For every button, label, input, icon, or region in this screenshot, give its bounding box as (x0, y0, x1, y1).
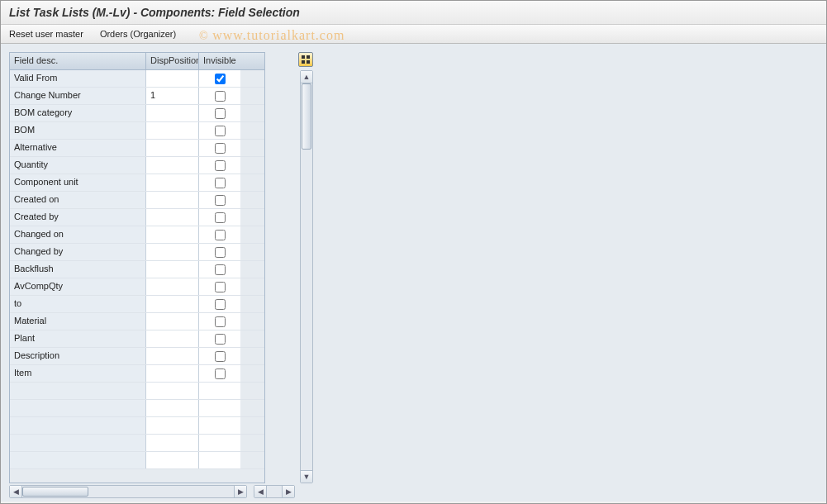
column-header-field-desc[interactable]: Field desc. (10, 53, 146, 69)
table-row[interactable]: Component unit (10, 174, 264, 192)
cell-empty (10, 400, 146, 416)
scroll-down-arrow-icon[interactable]: ▼ (301, 470, 312, 483)
cell-disp-position[interactable] (146, 348, 199, 364)
table-row[interactable]: BOM (10, 122, 264, 140)
column-header-disp-position[interactable]: DispPosition (146, 53, 199, 69)
toolbar: Reset user master Orders (Organizer) (1, 25, 826, 44)
cell-disp-position[interactable] (146, 122, 199, 139)
scroll-up-arrow-icon[interactable]: ▲ (301, 71, 312, 83)
cell-empty (146, 435, 199, 451)
cell-field-desc: Backflush (10, 261, 146, 278)
horizontal-scroll-track[interactable] (22, 486, 234, 497)
invisible-checkbox[interactable] (215, 91, 226, 102)
cell-disp-position[interactable] (146, 192, 199, 208)
vertical-scroll-track[interactable] (301, 83, 312, 470)
invisible-checkbox[interactable] (215, 264, 226, 275)
table-row[interactable]: Created on (10, 192, 264, 209)
invisible-checkbox[interactable] (215, 247, 226, 258)
cell-disp-position[interactable] (146, 157, 199, 174)
cell-field-desc: Component unit (10, 174, 146, 191)
cell-field-desc: to (10, 296, 146, 312)
table-row[interactable]: Valid From (10, 70, 264, 88)
column-header-invisible[interactable]: Invisible (199, 53, 240, 69)
cell-empty (146, 383, 199, 399)
cell-disp-position[interactable] (146, 330, 199, 347)
cell-empty (10, 452, 146, 468)
table-row[interactable]: Alternative (10, 140, 264, 157)
vertical-scroll-thumb[interactable] (302, 83, 311, 150)
table-row[interactable]: Quantity (10, 157, 264, 174)
cell-disp-position[interactable] (146, 244, 199, 260)
cell-invisible (199, 365, 240, 382)
table-body: Valid FromChange Number1BOM categoryBOMA… (10, 70, 264, 483)
table-row[interactable]: Changed on (10, 226, 264, 244)
table-row[interactable]: Created by (10, 209, 264, 226)
cell-disp-position[interactable] (146, 70, 199, 87)
table-row[interactable]: BOM category (10, 105, 264, 122)
cell-disp-position[interactable] (146, 174, 199, 191)
scroll-right-arrow-secondary-icon[interactable]: ▶ (282, 486, 294, 497)
cell-disp-position[interactable] (146, 105, 199, 121)
invisible-checkbox[interactable] (215, 108, 226, 119)
horizontal-scroll-thumb[interactable] (22, 487, 88, 497)
invisible-checkbox[interactable] (215, 143, 226, 154)
scroll-left-arrow-secondary-icon[interactable]: ◀ (254, 486, 267, 497)
invisible-checkbox[interactable] (215, 160, 226, 171)
cell-disp-position[interactable] (146, 296, 199, 312)
cell-disp-position[interactable] (146, 140, 199, 156)
invisible-checkbox[interactable] (215, 212, 226, 223)
table-row[interactable]: Description (10, 348, 264, 365)
cell-empty (199, 452, 240, 468)
cell-empty (146, 417, 199, 434)
cell-empty (199, 400, 240, 416)
cell-disp-position[interactable] (146, 313, 199, 330)
scroll-left-arrow-icon[interactable]: ◀ (10, 486, 22, 497)
table-row-empty (10, 435, 264, 452)
cell-field-desc: BOM category (10, 105, 146, 121)
horizontal-scroll-track-secondary[interactable] (267, 486, 282, 497)
cell-invisible (199, 261, 240, 278)
table-row-empty (10, 400, 264, 417)
table-row[interactable]: Plant (10, 330, 264, 348)
table-row[interactable]: Changed by (10, 244, 264, 261)
cell-disp-position[interactable] (146, 209, 199, 226)
horizontal-scrollbar-secondary[interactable]: ◀ ▶ (254, 485, 295, 498)
cell-field-desc: AvCompQty (10, 278, 146, 295)
cell-field-desc: Item (10, 365, 146, 382)
invisible-checkbox[interactable] (215, 351, 226, 362)
table-header-row: Field desc. DispPosition Invisible (10, 53, 264, 70)
table-row[interactable]: Item (10, 365, 264, 383)
cell-disp-position[interactable]: 1 (146, 88, 199, 104)
cell-empty (199, 435, 240, 451)
cell-empty (199, 417, 240, 434)
invisible-checkbox[interactable] (215, 178, 226, 188)
table-row[interactable]: Backflush (10, 261, 264, 278)
cell-invisible (199, 88, 240, 104)
cell-field-desc: Plant (10, 330, 146, 347)
invisible-checkbox[interactable] (215, 74, 226, 84)
table-row[interactable]: AvCompQty (10, 278, 264, 296)
reset-user-master-button[interactable]: Reset user master (9, 29, 83, 39)
invisible-checkbox[interactable] (215, 195, 226, 206)
invisible-checkbox[interactable] (215, 334, 226, 345)
invisible-checkbox[interactable] (215, 282, 226, 292)
invisible-checkbox[interactable] (215, 299, 226, 310)
horizontal-scrollbar[interactable]: ◀ ▶ (9, 485, 247, 498)
table-row[interactable]: to (10, 296, 264, 313)
cell-disp-position[interactable] (146, 365, 199, 382)
scroll-right-arrow-icon[interactable]: ▶ (234, 486, 246, 497)
cell-field-desc: Quantity (10, 157, 146, 174)
invisible-checkbox[interactable] (215, 126, 226, 136)
table-row[interactable]: Change Number1 (10, 88, 264, 105)
cell-disp-position[interactable] (146, 261, 199, 278)
orders-organizer-button[interactable]: Orders (Organizer) (100, 29, 176, 39)
table-row[interactable]: Material (10, 313, 264, 330)
invisible-checkbox[interactable] (215, 230, 226, 240)
cell-disp-position[interactable] (146, 226, 199, 243)
table-settings-button[interactable] (298, 52, 313, 67)
cell-disp-position[interactable] (146, 278, 199, 295)
cell-invisible (199, 330, 240, 347)
invisible-checkbox[interactable] (215, 368, 226, 379)
invisible-checkbox[interactable] (215, 316, 226, 327)
vertical-scrollbar[interactable]: ▲ ▼ (300, 70, 313, 483)
